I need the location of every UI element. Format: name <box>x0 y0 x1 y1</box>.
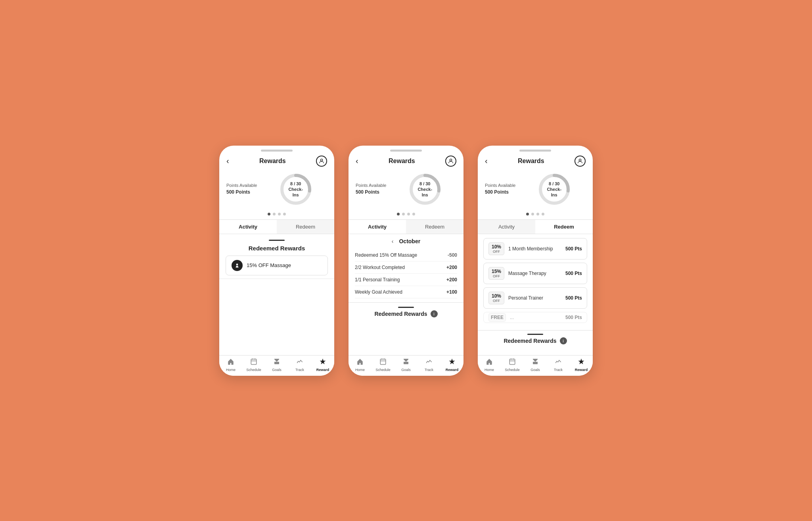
goals-nav-label: Goals <box>530 368 540 372</box>
carousel-dots <box>219 210 334 219</box>
page-title: Rewards <box>389 158 415 165</box>
activity-points: -500 <box>448 252 457 258</box>
track-nav[interactable]: Track <box>288 358 311 372</box>
activity-points: +200 <box>446 277 457 283</box>
track-nav-label: Track <box>295 368 304 372</box>
goals-nav-icon <box>532 358 539 367</box>
svg-rect-9 <box>274 361 279 364</box>
dot-1[interactable] <box>402 213 405 215</box>
svg-rect-5 <box>251 359 257 365</box>
redeemed-bottom: Redeemed Rewardsi <box>349 302 463 317</box>
reward-nav[interactable]: Reward <box>440 358 463 372</box>
phone-header: ‹Rewards <box>349 152 463 169</box>
scene: ‹RewardsPoints Available500 Points 8 / 3… <box>203 130 609 392</box>
schedule-nav[interactable]: Schedule <box>242 358 265 372</box>
activity-name: Weekly Goal Achieved <box>355 289 402 295</box>
back-button[interactable]: ‹ <box>226 156 229 165</box>
reward-nav-icon <box>319 358 326 367</box>
circle-unit: Check-Ins <box>545 186 563 198</box>
circle-container: 8 / 30 Check-Ins <box>393 171 456 207</box>
dot-2[interactable] <box>407 213 410 215</box>
track-nav[interactable]: Track <box>547 358 570 372</box>
schedule-nav[interactable]: Schedule <box>501 358 524 372</box>
points-area: Points Available500 Points 8 / 30 Check-… <box>478 169 593 210</box>
track-nav[interactable]: Track <box>417 358 440 372</box>
dot-0[interactable] <box>526 213 529 215</box>
schedule-nav[interactable]: Schedule <box>372 358 395 372</box>
dot-2[interactable] <box>536 213 539 215</box>
circle-unit: Check-Ins <box>287 186 304 198</box>
circle-fraction: 8 / 30 <box>545 181 563 186</box>
goals-nav-label: Goals <box>272 368 282 372</box>
points-area: Points Available500 Points 8 / 30 Check-… <box>349 169 463 210</box>
dot-0[interactable] <box>268 213 270 215</box>
redeem-item-1[interactable]: 15%OFFMassage Therapy500 Pts <box>483 263 587 284</box>
reward-nav[interactable]: Reward <box>311 358 334 372</box>
redeemed-section: Redeemed Rewards15% OFF Massage <box>219 234 334 279</box>
info-icon[interactable]: i <box>560 337 567 344</box>
activity-name: 1/1 Personal Training <box>355 277 400 283</box>
points-label: Points Available500 Points <box>485 183 515 195</box>
info-icon[interactable]: i <box>431 310 438 317</box>
section-bar <box>269 240 285 241</box>
carousel-dots <box>478 210 593 219</box>
schedule-nav-label: Schedule <box>246 368 261 372</box>
svg-rect-21 <box>509 359 515 365</box>
goals-nav[interactable]: Goals <box>395 358 417 372</box>
page-title: Rewards <box>259 158 286 165</box>
dot-2[interactable] <box>278 213 281 215</box>
account-icon[interactable] <box>575 156 586 167</box>
goals-nav[interactable]: Goals <box>524 358 547 372</box>
reward-icon <box>232 260 243 271</box>
schedule-nav-label: Schedule <box>505 368 520 372</box>
reward-nav-label: Reward <box>575 368 588 372</box>
circle-fraction: 8 / 30 <box>416 181 434 186</box>
home-nav[interactable]: Home <box>219 358 242 372</box>
activity-log: ‹OctoberRedeemed 15% Off Massage-5002/2 … <box>349 234 463 302</box>
back-button[interactable]: ‹ <box>356 156 358 165</box>
reward-item[interactable]: 15% OFF Massage <box>226 256 328 275</box>
dot-0[interactable] <box>397 213 400 215</box>
account-icon[interactable] <box>316 156 327 167</box>
dot-1[interactable] <box>531 213 534 215</box>
circle-fraction: 8 / 30 <box>287 181 304 186</box>
tab-redeem[interactable]: Redeem <box>406 220 463 234</box>
svg-point-3 <box>236 263 238 265</box>
redeem-item-pts: 500 Pts <box>565 295 582 301</box>
reward-nav-icon <box>448 358 456 367</box>
reward-nav[interactable]: Reward <box>570 358 593 372</box>
tab-redeem[interactable]: Redeem <box>277 220 334 234</box>
prev-month-button[interactable]: ‹ <box>392 238 394 244</box>
discount-badge: 10%OFF <box>488 292 504 304</box>
dot-3[interactable] <box>283 213 286 215</box>
circle-container: 8 / 30 Check-Ins <box>523 171 586 207</box>
points-label: Points Available500 Points <box>356 183 386 195</box>
dot-3[interactable] <box>412 213 415 215</box>
circle-container: 8 / 30 Check-Ins <box>264 171 327 207</box>
carousel-dots <box>349 210 463 219</box>
goals-nav[interactable]: Goals <box>265 358 288 372</box>
back-button[interactable]: ‹ <box>485 156 488 165</box>
bottom-nav: HomeScheduleGoalsTrackReward <box>219 355 334 376</box>
phone-3: ‹RewardsPoints Available500 Points 8 / 3… <box>478 146 593 376</box>
tab-activity[interactable]: Activity <box>478 220 535 234</box>
tab-activity[interactable]: Activity <box>349 220 406 234</box>
redeem-partial-name: ... <box>510 315 561 320</box>
redeem-item-2[interactable]: 10%OFFPersonal Trainer500 Pts <box>483 287 587 309</box>
schedule-nav-icon <box>509 358 516 367</box>
dot-3[interactable] <box>542 213 544 215</box>
phone-content: Redeemed Rewards15% OFF Massage <box>219 234 334 355</box>
account-icon[interactable] <box>445 156 456 167</box>
home-nav[interactable]: Home <box>349 358 372 372</box>
redeem-item-0[interactable]: 10%OFF1 Month Membership500 Pts <box>483 238 587 260</box>
tab-redeem[interactable]: Redeem <box>535 220 593 234</box>
goals-nav-icon <box>273 358 280 367</box>
redeemed-bottom-wrapper: Redeemed Rewardsi <box>374 307 437 317</box>
svg-point-18 <box>579 159 581 161</box>
home-nav[interactable]: Home <box>478 358 501 372</box>
goals-nav-icon <box>402 358 410 367</box>
home-nav-label: Home <box>355 368 365 372</box>
activity-row-3: Weekly Goal Achieved+100 <box>355 286 457 298</box>
dot-1[interactable] <box>273 213 276 215</box>
tab-activity[interactable]: Activity <box>219 220 277 234</box>
